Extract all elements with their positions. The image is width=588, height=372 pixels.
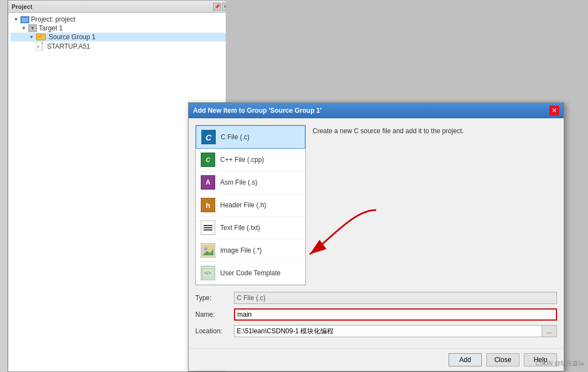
expand-icon: ▼ [13, 16, 19, 23]
dialog-close-button[interactable]: ✕ [549, 106, 559, 116]
txt-file-label: Text File (.txt) [220, 224, 260, 232]
svg-text:A: A [37, 45, 39, 48]
c-file-icon: C [201, 129, 216, 145]
user-code-label: User Code Template [220, 269, 280, 277]
file-type-image[interactable]: Image File (.*) [196, 239, 305, 262]
source-group-label: Source Group 1 [49, 33, 96, 41]
name-input[interactable] [234, 308, 557, 321]
dialog-body: C C File (.c) C C++ File (.cpp) A Asm Fi… [189, 118, 564, 292]
h-file-icon: h [200, 197, 216, 213]
source-group-expand-icon: ▼ [28, 34, 35, 40]
file-type-text[interactable]: Text File (.txt) [196, 217, 305, 239]
folder-icon [36, 34, 45, 40]
location-row: Location: ... [195, 325, 557, 337]
project-root-label: Project: project [31, 15, 75, 23]
close-button[interactable]: Close [486, 353, 519, 366]
location-input-group: ... [234, 325, 557, 337]
dialog-title: Add New Item to Group 'Source Group 1' [193, 107, 321, 114]
type-label: Type: [195, 294, 234, 302]
c-file-label: C File (.c) [221, 133, 249, 141]
file-type-c[interactable]: C C File (.c) [196, 125, 305, 149]
add-button[interactable]: Add [449, 353, 482, 366]
target-icon: T [28, 24, 37, 32]
name-row: Name: [195, 308, 557, 321]
cpp-file-label: C++ File (.cpp) [220, 156, 264, 164]
file-type-header[interactable]: h Header File (.h) [196, 194, 305, 217]
project-icon [20, 15, 29, 23]
file-type-user-code[interactable]: </> User Code Template [196, 262, 305, 285]
sidebar-tabs [0, 0, 8, 372]
tree-project-root[interactable]: ▼ Project: project [11, 15, 231, 24]
tree-file[interactable]: A STARTUP.A51 [11, 41, 231, 51]
file-type-list: C C File (.c) C C++ File (.cpp) A Asm Fi… [195, 125, 306, 285]
img-file-label: Image File (.*) [220, 247, 262, 254]
type-row: Type: [195, 292, 557, 304]
file-icon: A [36, 42, 44, 51]
watermark: CSDN @胡先森ia [535, 359, 584, 368]
type-input[interactable] [234, 292, 557, 304]
file-label: STARTUP.A51 [47, 43, 90, 50]
h-file-label: Header File (.h) [220, 201, 266, 209]
img-file-icon [200, 243, 216, 258]
txt-file-icon [200, 220, 216, 235]
file-type-cpp[interactable]: C C++ File (.cpp) [196, 149, 305, 171]
tree-target[interactable]: ▼ T Target 1 [11, 24, 231, 33]
panel-titlebar: Project 📌 ✕ [8, 1, 233, 13]
location-input[interactable] [234, 325, 542, 337]
description-text: Create a new C source file and add it to… [313, 127, 464, 135]
svg-text:T: T [32, 26, 34, 31]
svg-rect-1 [22, 18, 28, 22]
dialog-description: Create a new C source file and add it to… [313, 125, 557, 285]
location-label: Location: [195, 327, 234, 335]
dialog-actions: Add Close Help [189, 348, 564, 371]
panel-title: Project [12, 3, 32, 10]
target-expand-icon: ▼ [20, 25, 27, 32]
panel-pin-btn[interactable]: 📌 [213, 3, 221, 11]
target-label: Target 1 [39, 24, 63, 32]
browse-button[interactable]: ... [542, 325, 557, 337]
asm-file-icon: A [200, 175, 216, 190]
dialog-titlebar: Add New Item to Group 'Source Group 1' ✕ [189, 103, 564, 118]
tree-source-group[interactable]: ▼ Source Group 1 [11, 33, 231, 41]
svg-point-9 [204, 247, 207, 250]
cpp-file-icon: C [200, 152, 216, 167]
asm-file-label: Asm File (.s) [220, 179, 257, 186]
dialog-footer: Type: Name: Location: ... [189, 292, 564, 348]
name-label: Name: [195, 311, 234, 318]
svg-text:</>: </> [204, 270, 211, 276]
user-code-icon: </> [200, 265, 216, 281]
add-new-item-dialog: Add New Item to Group 'Source Group 1' ✕… [188, 102, 564, 371]
file-type-asm[interactable]: A Asm File (.s) [196, 171, 305, 194]
